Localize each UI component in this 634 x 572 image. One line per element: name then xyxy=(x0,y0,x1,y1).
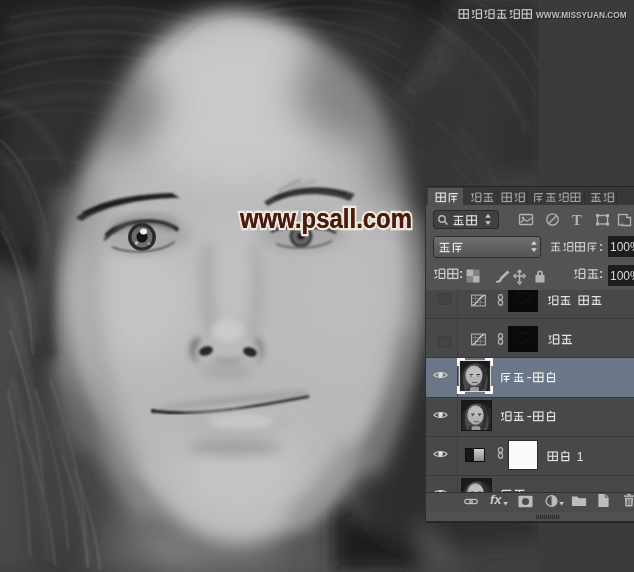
svg-text:T: T xyxy=(572,212,582,227)
svg-text:1: 1 xyxy=(577,450,584,462)
svg-text:www.psall.com: www.psall.com xyxy=(239,203,412,234)
